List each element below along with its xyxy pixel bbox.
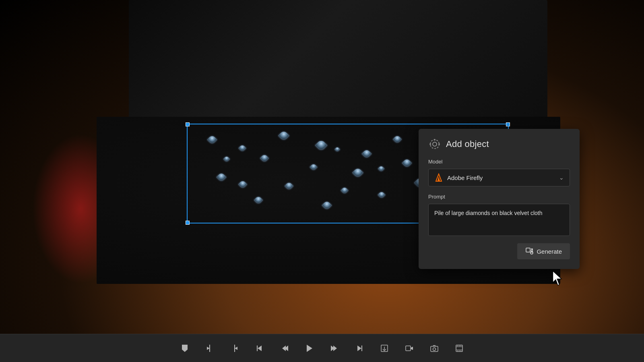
diamond-9	[362, 149, 372, 159]
diamond-16	[254, 196, 263, 205]
diamond-2	[238, 145, 246, 153]
filmstrip-button[interactable]	[453, 342, 466, 355]
diamond-23	[378, 165, 384, 172]
svg-point-2	[434, 139, 436, 141]
svg-point-4	[429, 143, 431, 145]
diamond-15	[378, 191, 386, 199]
diamond-6	[315, 139, 328, 151]
panel-title: Add object	[446, 139, 489, 149]
svg-rect-7	[526, 248, 530, 252]
model-dropdown-left: Adobe Firefly	[434, 173, 483, 182]
diamond-8	[285, 182, 294, 191]
add-object-panel: Add object Model Adobe Firefly ⌄ Prompt	[419, 129, 580, 269]
diamond-4	[260, 153, 269, 163]
diamond-12	[393, 135, 402, 144]
svg-rect-26	[406, 346, 411, 351]
svg-marker-12	[207, 347, 210, 350]
firefly-logo-icon	[434, 173, 443, 182]
diamond-24	[238, 180, 248, 189]
diamond-21	[223, 156, 230, 163]
svg-point-29	[433, 348, 436, 350]
prompt-input[interactable]	[428, 204, 570, 236]
model-name-text: Adobe Firefly	[447, 174, 483, 181]
step-forward-button[interactable]	[328, 342, 341, 355]
diamond-10	[352, 167, 363, 178]
diamond-17	[322, 200, 332, 210]
svg-point-3	[438, 143, 440, 145]
svg-marker-14	[235, 347, 237, 350]
main-area: Add object Model Adobe Firefly ⌄ Prompt	[0, 0, 644, 334]
split-right-button[interactable]	[228, 342, 241, 355]
diamond-5	[217, 172, 227, 182]
panel-header: Add object	[428, 138, 570, 151]
diamond-1	[207, 134, 217, 145]
play-button[interactable]	[303, 342, 316, 355]
panel-icon-area	[428, 138, 441, 151]
svg-marker-27	[411, 347, 413, 350]
step-back-button[interactable]	[278, 342, 291, 355]
diamond-7	[310, 163, 318, 171]
generate-label: Generate	[537, 248, 562, 255]
diamond-11	[341, 186, 349, 194]
chevron-down-icon: ⌄	[559, 174, 564, 181]
briefcase-lid	[129, 0, 547, 134]
skip-back-button[interactable]	[253, 342, 266, 355]
svg-point-1	[433, 142, 437, 146]
skip-forward-button[interactable]	[353, 342, 366, 355]
svg-marker-10	[182, 345, 188, 352]
svg-marker-22	[357, 345, 361, 351]
model-dropdown[interactable]: Adobe Firefly ⌄	[428, 169, 570, 186]
svg-marker-15	[258, 345, 262, 351]
prompt-label: Prompt	[428, 194, 570, 200]
model-label: Model	[428, 159, 570, 165]
split-left-button[interactable]	[203, 342, 216, 355]
svg-point-0	[430, 140, 439, 149]
add-object-icon	[429, 139, 440, 150]
export-video-button[interactable]	[403, 342, 416, 355]
marker-button[interactable]	[178, 342, 191, 355]
diamond-13	[402, 158, 412, 168]
diamond-25	[334, 147, 340, 152]
timeline-bar	[0, 334, 644, 362]
generate-icon	[525, 247, 533, 255]
snapshot-button[interactable]	[428, 342, 441, 355]
export-frame-button[interactable]	[378, 342, 391, 355]
svg-marker-19	[307, 345, 312, 352]
diamond-3	[278, 130, 289, 141]
generate-button[interactable]: Generate	[517, 243, 570, 259]
